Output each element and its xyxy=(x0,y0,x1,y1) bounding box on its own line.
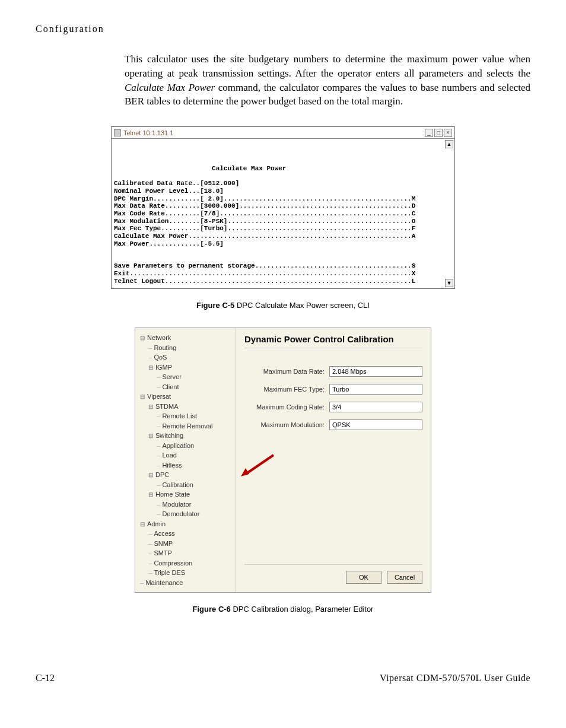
tree-node-hitless[interactable]: Hitless xyxy=(140,460,233,471)
figure-c5-caption: Figure C-5 DPC Calculate Max Power scree… xyxy=(36,301,530,310)
tree-node-home-state[interactable]: Home State xyxy=(140,489,233,500)
calibration-dialog: NetworkRoutingQoSIGMPServerClientVipersa… xyxy=(135,328,431,593)
dialog-title: Dynamic Power Control Calibration xyxy=(244,334,422,348)
field-input[interactable] xyxy=(329,366,422,377)
scroll-down-icon[interactable]: ▼ xyxy=(445,279,453,287)
tree-node-access[interactable]: Access xyxy=(140,529,233,539)
field-input[interactable] xyxy=(329,402,422,412)
tree-node-admin[interactable]: Admin xyxy=(140,519,233,529)
dialog-row: Maximum Data Rate: xyxy=(244,366,422,377)
telnet-app-icon xyxy=(114,129,121,136)
tree-node-routing[interactable]: Routing xyxy=(140,343,233,353)
tree-node-remote-list[interactable]: Remote List xyxy=(140,411,233,421)
tree-node-application[interactable]: Application xyxy=(140,441,233,451)
tree-node-compression[interactable]: Compression xyxy=(140,558,233,568)
tree-node-smtp[interactable]: SMTP xyxy=(140,548,233,558)
nav-tree[interactable]: NetworkRoutingQoSIGMPServerClientVipersa… xyxy=(135,328,236,592)
field-label: Maximum FEC Type: xyxy=(244,386,325,393)
page-number: C-12 xyxy=(36,673,55,684)
dialog-right-pane: Dynamic Power Control Calibration Maximu… xyxy=(236,328,431,592)
section-header: Configuration xyxy=(36,24,530,34)
field-input[interactable] xyxy=(329,419,422,430)
minimize-button[interactable]: _ xyxy=(425,129,433,137)
figure-c6-label: Figure C-6 xyxy=(193,605,231,613)
figure-c6-text: DPC Calibration dialog, Parameter Editor xyxy=(231,605,374,613)
field-label: Maximum Data Rate: xyxy=(244,368,325,375)
tree-node-dpc[interactable]: DPC xyxy=(140,470,233,480)
tree-node-triple-des[interactable]: Triple DES xyxy=(140,568,233,578)
footer-guide-title: Vipersat CDM-570/570L User Guide xyxy=(380,673,530,684)
tree-node-client[interactable]: Client xyxy=(140,382,233,392)
tree-node-igmp[interactable]: IGMP xyxy=(140,363,233,373)
dialog-row: Maximum FEC Type: xyxy=(244,384,422,395)
tree-node-vipersat[interactable]: Vipersat xyxy=(140,392,233,402)
close-button[interactable]: × xyxy=(444,129,452,137)
tree-node-modulator[interactable]: Modulator xyxy=(140,500,233,510)
para-command-name: Calculate Max Power xyxy=(125,82,215,93)
tree-node-switching[interactable]: Switching xyxy=(140,431,233,441)
figure-c5-label: Figure C-5 xyxy=(196,301,234,310)
field-label: Maximum Modulation: xyxy=(244,421,325,428)
telnet-title-bar: Telnet 10.1.131.1 _ □ × xyxy=(112,127,454,139)
field-input[interactable] xyxy=(329,384,422,395)
field-label: Maximum Coding Rate: xyxy=(244,403,325,411)
dialog-row: Maximum Modulation: xyxy=(244,419,422,430)
tree-node-demodulator[interactable]: Demodulator xyxy=(140,509,233,519)
tree-node-snmp[interactable]: SNMP xyxy=(140,539,233,549)
telnet-body: ▲ Calculate Max Power Calibrated Data Ra… xyxy=(112,139,454,288)
tree-node-qos[interactable]: QoS xyxy=(140,352,233,363)
figure-c5-text: DPC Calculate Max Power screen, CLI xyxy=(234,301,370,310)
telnet-title: Telnet 10.1.131.1 xyxy=(123,129,173,136)
ok-button[interactable]: OK xyxy=(346,571,381,584)
intro-paragraph: This calculator uses the site budgetary … xyxy=(125,52,530,109)
scroll-up-icon[interactable]: ▲ xyxy=(445,140,453,148)
figure-c6-caption: Figure C-6 DPC Calibration dialog, Param… xyxy=(36,605,530,613)
tree-node-maintenance[interactable]: Maintenance xyxy=(140,578,233,588)
dialog-row: Maximum Coding Rate: xyxy=(244,402,422,412)
restore-button[interactable]: □ xyxy=(434,129,443,137)
tree-node-remote-removal[interactable]: Remote Removal xyxy=(140,421,233,431)
page-footer: C-12 Vipersat CDM-570/570L User Guide xyxy=(36,673,530,684)
telnet-window: Telnet 10.1.131.1 _ □ × ▲ Calculate Max … xyxy=(111,126,455,289)
dialog-button-bar: OK Cancel xyxy=(244,564,422,584)
cancel-button[interactable]: Cancel xyxy=(387,571,422,584)
tree-node-stdma[interactable]: STDMA xyxy=(140,402,233,412)
tree-node-calibration[interactable]: Calibration xyxy=(140,480,233,490)
tree-node-server[interactable]: Server xyxy=(140,372,233,382)
tree-node-load[interactable]: Load xyxy=(140,450,233,460)
para-text-1: This calculator uses the site budgetary … xyxy=(125,53,530,79)
tree-node-network[interactable]: Network xyxy=(140,333,233,343)
telnet-text: Calculate Max Power Calibrated Data Rate… xyxy=(114,142,450,285)
